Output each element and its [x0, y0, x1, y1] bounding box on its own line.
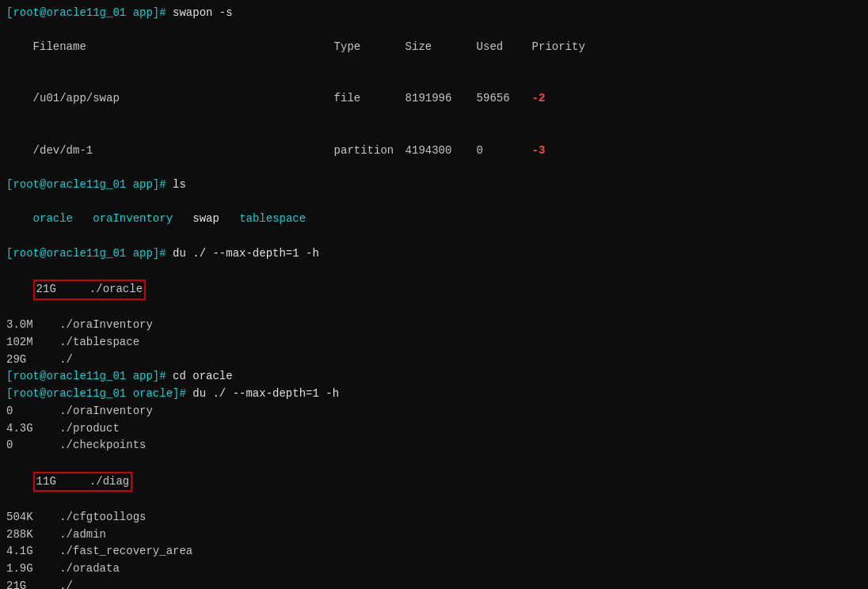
swap-row-2: /dev/dm-1partition41943000-3 [6, 125, 862, 177]
swap2-priority: -3 [532, 144, 546, 157]
col-filename-header: Filename [33, 39, 334, 56]
highlighted-oracle-entry: 21G ./oracle [33, 279, 146, 300]
cmd-text: cd oracle [173, 370, 233, 382]
swap1-used: 59656 [477, 90, 532, 108]
swapon-header: FilenameTypeSizeUsedPriority [6, 22, 862, 74]
cmd-line-ls1: [root@oracle11g_01 app]# ls [6, 177, 862, 194]
prompt: [root@oracle11g_01 app]# [6, 370, 173, 382]
prompt: [root@oracle11g_01 oracle]# [6, 387, 192, 400]
du-path-oracle: ./oracle [89, 283, 143, 295]
du-size-21g: 21G [36, 283, 56, 295]
ls-item-oraInventory: oraInventory [93, 212, 173, 225]
swap-row-1: /u01/app/swapfile819199659656-2 [6, 74, 862, 125]
ls-sep3 [219, 212, 239, 225]
du-dot-oracle: 21G ./ [6, 578, 862, 589]
prompt: [root@oracle11g_01 app]# [6, 178, 173, 191]
swap2-size: 4194300 [405, 142, 477, 160]
du-sep2 [56, 475, 89, 488]
cmd-text: du ./ --max-depth=1 -h [173, 247, 319, 260]
du-oradata: 1.9G ./oradata [6, 560, 862, 578]
cmd-line-cd-oracle: [root@oracle11g_01 app]# cd oracle [6, 368, 862, 386]
swap1-priority: -2 [532, 92, 546, 104]
du-sep [56, 283, 89, 295]
du-diag-highlighted: 11G ./diag [6, 454, 862, 509]
du-cfgtoollogs: 504K ./cfgtoollogs [6, 509, 862, 526]
terminal: [root@oracle11g_01 app]# swapon -s Filen… [6, 5, 862, 589]
cmd-text: du ./ --max-depth=1 -h [192, 387, 339, 400]
ls-item-tablespace: tablespace [239, 212, 306, 225]
du-fast-recovery: 4.1G ./fast_recovery_area [6, 543, 862, 560]
swap2-used: 0 [477, 142, 532, 160]
col-size-header: Size [405, 39, 477, 56]
swap1-size: 8191996 [405, 90, 477, 108]
highlighted-diag-entry: 11G ./diag [33, 472, 133, 492]
cmd-text: swapon -s [173, 6, 233, 19]
du-oraInventory-oracle: 0 ./oraInventory [6, 403, 862, 420]
du-product: 4.3G ./product [6, 420, 862, 438]
prompt: [root@oracle11g_01 app]# [6, 247, 173, 260]
ls-sep1 [73, 212, 93, 225]
du-size-11g-diag: 11G [36, 475, 56, 488]
prompt: [root@oracle11g_01 app]# [6, 6, 173, 19]
cmd-line-du1: [root@oracle11g_01 app]# du ./ --max-dep… [6, 245, 862, 263]
ls-item-swap: swap [192, 212, 219, 225]
du-tablespace: 102M ./tablespace [6, 334, 862, 352]
swap1-type: file [334, 90, 405, 108]
du-oracle-highlighted: 21G ./oracle [6, 262, 862, 317]
col-priority-header: Priority [532, 40, 585, 53]
du-admin: 288K ./admin [6, 526, 862, 544]
cmd-line-1: [root@oracle11g_01 app]# swapon -s [6, 5, 862, 22]
col-used-header: Used [477, 39, 532, 56]
ls-output-1: oracle oraInventory swap tablespace [6, 194, 862, 245]
swap2-name: /dev/dm-1 [33, 142, 334, 160]
col-type-header: Type [334, 39, 405, 56]
cmd-line-du2: [root@oracle11g_01 oracle]# du ./ --max-… [6, 386, 862, 403]
ls-sep2 [173, 212, 192, 225]
swap2-type: partition [334, 142, 405, 160]
du-checkpoints: 0 ./checkpoints [6, 437, 862, 454]
swap1-name: /u01/app/swap [33, 90, 334, 108]
cmd-text: ls [173, 178, 186, 191]
ls-item-oracle: oracle [33, 212, 73, 225]
du-dot-app: 29G ./ [6, 352, 862, 369]
du-path-diag: ./diag [89, 475, 129, 488]
du-oraInventory: 3.0M ./oraInventory [6, 317, 862, 334]
